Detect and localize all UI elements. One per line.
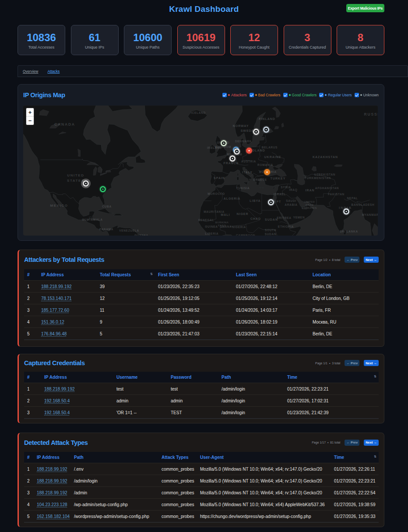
svg-text:LIBERIA: LIBERIA	[205, 232, 219, 235]
svg-text:ARAB: ARAB	[306, 204, 314, 206]
svg-text:GUYANA: GUYANA	[134, 234, 148, 236]
svg-text:DENMARK: DENMARK	[235, 140, 252, 143]
svg-text:PAKISTAN: PAKISTAN	[328, 193, 345, 196]
svg-text:ERITREA: ERITREA	[277, 216, 291, 219]
svg-text:FINLAND: FINLAND	[259, 117, 275, 120]
svg-text:MOROCCO: MOROCCO	[208, 192, 225, 195]
svg-text:NORWAY: NORWAY	[233, 124, 249, 127]
svg-text:ITALY: ITALY	[242, 171, 253, 174]
svg-text:SUDAN: SUDAN	[265, 233, 277, 236]
svg-text:AUSTRIA: AUSTRIA	[241, 160, 256, 163]
svg-text:IRELAND: IRELAND	[207, 146, 222, 149]
svg-text:SUDAN: SUDAN	[265, 218, 278, 221]
svg-text:IRAQ: IRAQ	[289, 188, 297, 192]
svg-text:UZBEKISTAN: UZBEKISTAN	[314, 173, 335, 176]
svg-text:SOUTH: SOUTH	[265, 229, 276, 232]
svg-text:YEMEN: YEMEN	[293, 216, 305, 219]
svg-text:VENEZUELA: VENEZUELA	[119, 229, 139, 232]
svg-text:PANAMA: PANAMA	[99, 228, 113, 231]
svg-text:ISRAEL: ISRAEL	[274, 193, 286, 196]
svg-text:TUNISIA: TUNISIA	[236, 187, 250, 190]
svg-text:KAZAKHSTAN: KAZAKHSTAN	[313, 155, 338, 159]
svg-text:SPAIN: SPAIN	[214, 176, 225, 180]
svg-text:BURKINA: BURKINA	[215, 221, 229, 224]
svg-text:UNITED: UNITED	[304, 201, 315, 203]
svg-text:NIGERIA: NIGERIA	[232, 225, 246, 229]
svg-text:GUATEMALA: GUATEMALA	[82, 218, 102, 221]
svg-text:MEXICO: MEXICO	[50, 204, 68, 208]
svg-text:COLOMBIA: COLOMBIA	[108, 235, 128, 236]
svg-text:CAMEROON: CAMEROON	[236, 234, 255, 236]
svg-text:BANGLADESH: BANGLADESH	[352, 203, 375, 206]
svg-text:LIBYA: LIBYA	[250, 199, 260, 202]
svg-text:EMIRATES: EMIRATES	[302, 207, 317, 209]
svg-text:IRAN: IRAN	[305, 189, 314, 192]
svg-text:ROMANIA: ROMANIA	[257, 163, 273, 166]
svg-text:NIGER: NIGER	[236, 212, 248, 215]
svg-text:AFGHANISTAN: AFGHANISTAN	[315, 187, 339, 190]
svg-text:BELARUS: BELARUS	[262, 146, 278, 149]
svg-text:ARABIA: ARABIA	[285, 203, 297, 206]
svg-text:TURKEY: TURKEY	[271, 177, 286, 180]
svg-text:GHANA: GHANA	[220, 225, 232, 228]
svg-text:CUBA: CUBA	[102, 205, 112, 208]
svg-text:CANADA: CANADA	[54, 122, 75, 127]
svg-text:CHAD: CHAD	[250, 217, 261, 220]
svg-text:SENEGAL: SENEGAL	[198, 218, 214, 222]
svg-text:MALI: MALI	[221, 213, 230, 216]
svg-text:GREECE: GREECE	[253, 178, 267, 181]
svg-text:TURKMENISTAN: TURKMENISTAN	[305, 176, 331, 180]
svg-text:SRI LANKA: SRI LANKA	[340, 230, 358, 233]
svg-text:ETHIOPIA: ETHIOPIA	[278, 225, 294, 228]
svg-text:SAUDI: SAUDI	[286, 199, 296, 202]
svg-text:ALGERIA: ALGERIA	[224, 197, 241, 200]
svg-text:MAURITANIA: MAURITANIA	[204, 210, 225, 213]
svg-text:UKRAINE: UKRAINE	[264, 155, 281, 159]
svg-text:ICELAND: ICELAND	[191, 111, 206, 114]
svg-text:UNITED: UNITED	[67, 173, 84, 177]
svg-text:RUSSIA: RUSSIA	[364, 112, 378, 116]
svg-text:SYRIA: SYRIA	[281, 186, 291, 189]
svg-text:MYANMAR: MYANMAR	[362, 213, 378, 216]
svg-text:GUINEA: GUINEA	[205, 225, 218, 228]
svg-text:NEPAL: NEPAL	[347, 197, 358, 200]
